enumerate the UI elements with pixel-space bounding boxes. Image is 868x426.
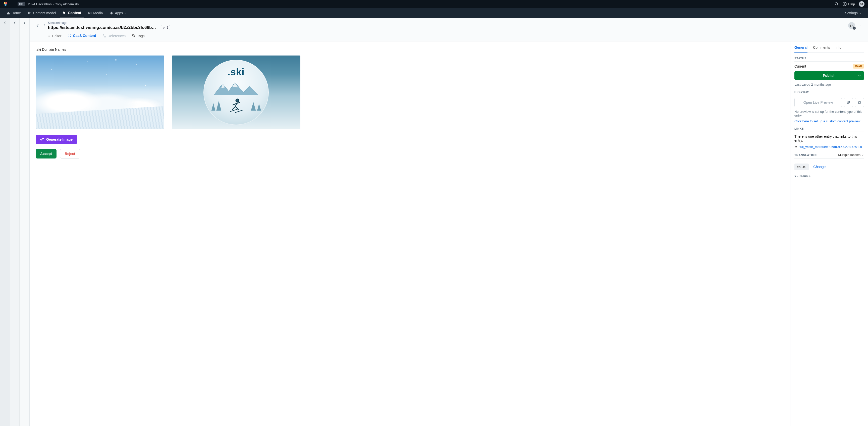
nav-content-model[interactable]: Content model	[25, 8, 59, 18]
nav-apps[interactable]: Apps	[107, 8, 130, 18]
menu-icon[interactable]	[10, 2, 14, 6]
help-label: Help	[848, 2, 855, 6]
workspace-name[interactable]: 2024 Hackathon - Copy Alchemists	[28, 2, 79, 6]
nav-home[interactable]: Home	[3, 8, 24, 18]
nav-content[interactable]: Content	[60, 8, 84, 18]
search-icon[interactable]	[835, 2, 839, 6]
nav-media[interactable]: Media	[85, 8, 106, 18]
svg-point-7	[89, 12, 90, 13]
app-logo[interactable]	[3, 2, 7, 6]
nav-media-label: Media	[93, 11, 103, 15]
avatar[interactable]: SA	[859, 1, 865, 7]
nav-content-label: Content	[68, 11, 81, 15]
nav-content-model-label: Content model	[33, 11, 56, 15]
svg-text:?: ?	[844, 3, 846, 5]
help-link[interactable]: ? Help	[843, 2, 855, 6]
nav-home-label: Home	[11, 11, 21, 15]
nav-settings[interactable]: Settings	[842, 8, 865, 18]
svg-point-2	[4, 4, 6, 6]
nav-apps-label: Apps	[115, 11, 123, 15]
nav-settings-label: Settings	[845, 11, 858, 15]
org-badge[interactable]: GO	[18, 2, 25, 6]
